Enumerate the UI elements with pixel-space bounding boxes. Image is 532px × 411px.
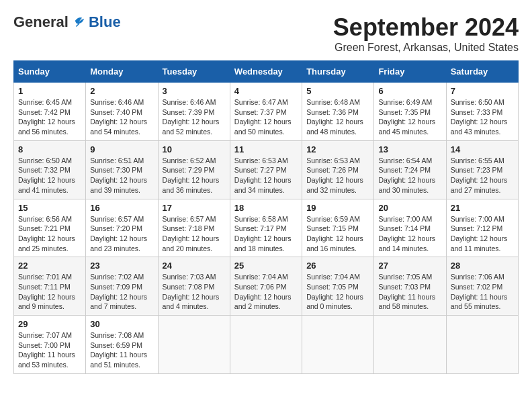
calendar-cell: 26Sunrise: 7:04 AM Sunset: 7:05 PM Dayli…: [302, 257, 374, 316]
logo-general-text: General: [13, 13, 69, 31]
day-number: 7: [451, 86, 514, 96]
logo: General Blue: [13, 13, 121, 31]
calendar-cell: 17Sunrise: 6:57 AM Sunset: 7:18 PM Dayli…: [158, 199, 230, 257]
day-info: Sunrise: 6:48 AM Sunset: 7:36 PM Dayligh…: [306, 97, 369, 137]
day-number: 17: [163, 203, 226, 213]
calendar-week-4: 22Sunrise: 7:01 AM Sunset: 7:11 PM Dayli…: [14, 257, 519, 316]
calendar-cell: 7Sunrise: 6:50 AM Sunset: 7:33 PM Daylig…: [446, 83, 518, 141]
calendar-cell: 9Sunrise: 6:51 AM Sunset: 7:30 PM Daylig…: [86, 140, 158, 199]
page-header: General Blue September 2024 Green Forest…: [13, 13, 519, 54]
day-info: Sunrise: 6:50 AM Sunset: 7:32 PM Dayligh…: [18, 156, 81, 195]
calendar-cell: 3Sunrise: 6:46 AM Sunset: 7:39 PM Daylig…: [158, 83, 230, 141]
day-header-thursday: Thursday: [302, 61, 374, 83]
day-header-saturday: Saturday: [446, 61, 518, 83]
calendar-cell: 28Sunrise: 7:06 AM Sunset: 7:02 PM Dayli…: [446, 257, 518, 316]
day-info: Sunrise: 6:53 AM Sunset: 7:27 PM Dayligh…: [234, 156, 298, 195]
calendar-cell: 1Sunrise: 6:45 AM Sunset: 7:42 PM Daylig…: [14, 83, 86, 141]
day-info: Sunrise: 6:49 AM Sunset: 7:35 PM Dayligh…: [378, 97, 441, 137]
calendar-cell: 29Sunrise: 7:07 AM Sunset: 7:00 PM Dayli…: [14, 316, 86, 374]
calendar-cell: 15Sunrise: 6:56 AM Sunset: 7:21 PM Dayli…: [14, 199, 86, 257]
day-header-monday: Monday: [86, 61, 158, 83]
day-number: 21: [451, 203, 514, 213]
day-number: 2: [90, 86, 153, 96]
day-number: 22: [18, 261, 81, 271]
calendar-cell: 24Sunrise: 7:03 AM Sunset: 7:08 PM Dayli…: [158, 257, 230, 316]
day-number: 23: [90, 261, 153, 271]
day-info: Sunrise: 6:54 AM Sunset: 7:24 PM Dayligh…: [378, 156, 441, 195]
day-info: Sunrise: 6:56 AM Sunset: 7:21 PM Dayligh…: [18, 214, 81, 254]
day-info: Sunrise: 6:57 AM Sunset: 7:18 PM Dayligh…: [163, 214, 226, 254]
logo-bird-icon: [71, 15, 86, 29]
calendar-cell: 30Sunrise: 7:08 AM Sunset: 6:59 PM Dayli…: [86, 316, 158, 374]
calendar-cell: 22Sunrise: 7:01 AM Sunset: 7:11 PM Dayli…: [14, 257, 86, 316]
day-info: Sunrise: 6:59 AM Sunset: 7:15 PM Dayligh…: [306, 214, 369, 254]
calendar-week-5: 29Sunrise: 7:07 AM Sunset: 7:00 PM Dayli…: [14, 316, 519, 374]
calendar-table: SundayMondayTuesdayWednesdayThursdayFrid…: [13, 60, 519, 374]
day-header-wednesday: Wednesday: [230, 61, 302, 83]
day-number: 6: [378, 86, 441, 96]
calendar-title: September 2024: [333, 13, 519, 42]
day-info: Sunrise: 7:07 AM Sunset: 7:00 PM Dayligh…: [18, 330, 81, 370]
day-info: Sunrise: 7:08 AM Sunset: 6:59 PM Dayligh…: [90, 330, 153, 370]
calendar-cell: 14Sunrise: 6:55 AM Sunset: 7:23 PM Dayli…: [446, 140, 518, 199]
day-info: Sunrise: 6:50 AM Sunset: 7:33 PM Dayligh…: [451, 97, 514, 137]
day-number: 18: [234, 203, 298, 213]
calendar-cell: 8Sunrise: 6:50 AM Sunset: 7:32 PM Daylig…: [14, 140, 86, 199]
day-number: 15: [18, 203, 81, 213]
calendar-cell: 21Sunrise: 7:00 AM Sunset: 7:12 PM Dayli…: [446, 199, 518, 257]
calendar-cell: [302, 316, 374, 374]
calendar-cell: [158, 316, 230, 374]
day-info: Sunrise: 7:04 AM Sunset: 7:06 PM Dayligh…: [234, 272, 298, 312]
calendar-cell: [446, 316, 518, 374]
day-number: 11: [234, 144, 298, 154]
calendar-cell: 4Sunrise: 6:47 AM Sunset: 7:37 PM Daylig…: [230, 83, 302, 141]
calendar-cell: 11Sunrise: 6:53 AM Sunset: 7:27 PM Dayli…: [230, 140, 302, 199]
day-number: 4: [234, 86, 298, 96]
day-number: 12: [306, 144, 369, 154]
day-info: Sunrise: 7:00 AM Sunset: 7:12 PM Dayligh…: [451, 214, 514, 254]
calendar-cell: 10Sunrise: 6:52 AM Sunset: 7:29 PM Dayli…: [158, 140, 230, 199]
day-info: Sunrise: 7:04 AM Sunset: 7:05 PM Dayligh…: [306, 272, 369, 312]
calendar-cell: 23Sunrise: 7:02 AM Sunset: 7:09 PM Dayli…: [86, 257, 158, 316]
calendar-cell: 13Sunrise: 6:54 AM Sunset: 7:24 PM Dayli…: [374, 140, 446, 199]
calendar-cell: 2Sunrise: 6:46 AM Sunset: 7:40 PM Daylig…: [86, 83, 158, 141]
day-info: Sunrise: 6:47 AM Sunset: 7:37 PM Dayligh…: [234, 97, 298, 137]
day-number: 29: [18, 319, 81, 329]
day-number: 1: [18, 86, 81, 96]
calendar-subtitle: Green Forest, Arkansas, United States: [333, 42, 519, 54]
day-info: Sunrise: 6:55 AM Sunset: 7:23 PM Dayligh…: [451, 156, 514, 195]
day-info: Sunrise: 6:52 AM Sunset: 7:29 PM Dayligh…: [163, 156, 226, 195]
day-number: 19: [306, 203, 369, 213]
calendar-cell: 25Sunrise: 7:04 AM Sunset: 7:06 PM Dayli…: [230, 257, 302, 316]
day-number: 9: [90, 144, 153, 154]
calendar-cell: 6Sunrise: 6:49 AM Sunset: 7:35 PM Daylig…: [374, 83, 446, 141]
calendar-cell: 12Sunrise: 6:53 AM Sunset: 7:26 PM Dayli…: [302, 140, 374, 199]
day-number: 5: [306, 86, 369, 96]
day-number: 8: [18, 144, 81, 154]
day-info: Sunrise: 6:46 AM Sunset: 7:40 PM Dayligh…: [90, 97, 153, 137]
logo-blue-text: Blue: [89, 13, 121, 31]
day-info: Sunrise: 7:02 AM Sunset: 7:09 PM Dayligh…: [90, 272, 153, 312]
calendar-cell: [230, 316, 302, 374]
calendar-week-1: 1Sunrise: 6:45 AM Sunset: 7:42 PM Daylig…: [14, 83, 519, 141]
day-info: Sunrise: 7:05 AM Sunset: 7:03 PM Dayligh…: [378, 272, 441, 312]
day-header-tuesday: Tuesday: [158, 61, 230, 83]
day-number: 3: [163, 86, 226, 96]
day-info: Sunrise: 6:45 AM Sunset: 7:42 PM Dayligh…: [18, 97, 81, 137]
calendar-cell: 16Sunrise: 6:57 AM Sunset: 7:20 PM Dayli…: [86, 199, 158, 257]
day-info: Sunrise: 7:00 AM Sunset: 7:14 PM Dayligh…: [378, 214, 441, 254]
day-info: Sunrise: 6:57 AM Sunset: 7:20 PM Dayligh…: [90, 214, 153, 254]
day-info: Sunrise: 6:51 AM Sunset: 7:30 PM Dayligh…: [90, 156, 153, 195]
day-number: 16: [90, 203, 153, 213]
day-number: 14: [451, 144, 514, 154]
calendar-cell: 19Sunrise: 6:59 AM Sunset: 7:15 PM Dayli…: [302, 199, 374, 257]
day-info: Sunrise: 7:06 AM Sunset: 7:02 PM Dayligh…: [451, 272, 514, 312]
day-header-sunday: Sunday: [14, 61, 86, 83]
day-info: Sunrise: 6:58 AM Sunset: 7:17 PM Dayligh…: [234, 214, 298, 254]
days-header-row: SundayMondayTuesdayWednesdayThursdayFrid…: [14, 61, 519, 83]
calendar-cell: [374, 316, 446, 374]
title-block: September 2024 Green Forest, Arkansas, U…: [333, 13, 519, 54]
day-number: 10: [163, 144, 226, 154]
calendar-cell: 27Sunrise: 7:05 AM Sunset: 7:03 PM Dayli…: [374, 257, 446, 316]
day-number: 24: [163, 261, 226, 271]
